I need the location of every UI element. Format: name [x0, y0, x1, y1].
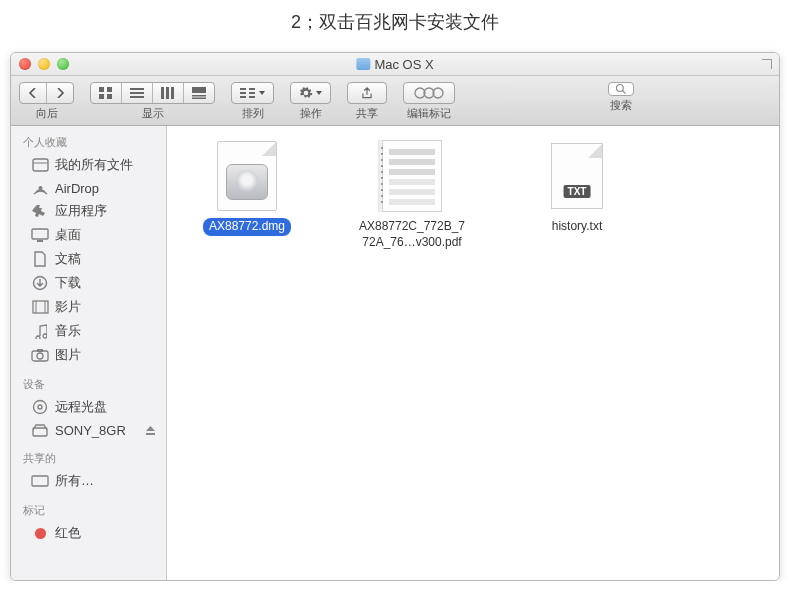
all-files-icon [31, 157, 49, 173]
window-title-text: Mac OS X [374, 57, 433, 72]
file-label: history.txt [546, 218, 608, 236]
chevron-down-icon [259, 91, 265, 95]
search-input[interactable] [608, 82, 634, 96]
svg-rect-14 [240, 92, 246, 94]
sidebar-item-label: 音乐 [55, 322, 81, 340]
nav-segment [19, 82, 74, 104]
column-view-button[interactable] [153, 83, 184, 103]
chevron-right-icon [55, 88, 65, 98]
svg-point-36 [34, 401, 47, 414]
search-icon [615, 83, 627, 95]
sidebar-item-label: 桌面 [55, 226, 81, 244]
sidebar-header-shared: 共享的 [11, 447, 166, 469]
sidebar-item-downloads[interactable]: 下载 [11, 271, 166, 295]
sidebar-item-pictures[interactable]: 图片 [11, 343, 166, 367]
sidebar-item-music[interactable]: 音乐 [11, 319, 166, 343]
sidebar-item-sony-8gr[interactable]: SONY_8GR [11, 419, 166, 441]
arrange-button[interactable] [231, 82, 274, 104]
svg-rect-2 [99, 94, 104, 99]
sidebar-item-label: 远程光盘 [55, 398, 107, 416]
svg-point-22 [617, 85, 624, 92]
sidebar-item-desktop[interactable]: 桌面 [11, 223, 166, 247]
icon-view-button[interactable] [91, 83, 122, 103]
airdrop-icon [31, 180, 49, 196]
search-label: 搜索 [610, 98, 632, 113]
svg-rect-35 [37, 349, 43, 352]
file-item[interactable]: TXT history.txt [517, 140, 637, 236]
traffic-lights [19, 58, 69, 70]
sidebar-item-tag-red[interactable]: 红色 [11, 521, 166, 545]
sidebar-item-label: 红色 [55, 524, 81, 542]
svg-rect-38 [33, 428, 47, 436]
gear-icon [299, 86, 313, 100]
svg-rect-27 [32, 229, 48, 239]
minimize-button[interactable] [38, 58, 50, 70]
sidebar-item-label: 应用程序 [55, 202, 107, 220]
sidebar[interactable]: 个人收藏 我的所有文件 AirDrop 应用程序 桌面 文稿 [11, 126, 167, 580]
sidebar-item-airdrop[interactable]: AirDrop [11, 177, 166, 199]
svg-point-34 [37, 353, 43, 359]
titlebar: Mac OS X [11, 53, 779, 76]
downloads-icon [31, 275, 49, 291]
back-button[interactable] [20, 83, 47, 103]
coverflow-view-button[interactable] [184, 83, 214, 103]
svg-rect-11 [192, 95, 206, 97]
svg-rect-12 [192, 98, 206, 100]
dmg-icon [211, 140, 283, 212]
share-button[interactable] [347, 82, 387, 104]
zoom-button[interactable] [57, 58, 69, 70]
sidebar-item-all-my-files[interactable]: 我的所有文件 [11, 153, 166, 177]
drive-icon [31, 422, 49, 438]
sidebar-item-label: 我的所有文件 [55, 156, 133, 174]
tags-button[interactable] [403, 82, 455, 104]
shared-icon [31, 473, 49, 489]
column-view-icon [161, 87, 175, 99]
list-view-button[interactable] [122, 83, 153, 103]
svg-rect-4 [130, 88, 144, 90]
svg-line-23 [623, 91, 626, 94]
icon-view-icon [99, 87, 113, 99]
movies-icon [31, 299, 49, 315]
coverflow-view-icon [192, 87, 206, 99]
action-button[interactable] [290, 82, 331, 104]
svg-rect-7 [161, 87, 164, 99]
pictures-icon [31, 347, 49, 363]
applications-icon [31, 203, 49, 219]
view-segment [90, 82, 215, 104]
file-item[interactable]: AX88772.dmg [187, 140, 307, 236]
arrange-label: 排列 [242, 106, 264, 121]
sidebar-header-favorites: 个人收藏 [11, 131, 166, 153]
file-item[interactable]: AX88772C_772B_772A_76…v300.pdf [352, 140, 472, 251]
svg-rect-5 [130, 92, 144, 94]
documents-icon [31, 251, 49, 267]
sidebar-item-all-shared[interactable]: 所有… [11, 469, 166, 493]
eject-icon[interactable] [145, 425, 156, 436]
sidebar-item-applications[interactable]: 应用程序 [11, 199, 166, 223]
svg-rect-8 [166, 87, 169, 99]
fullscreen-icon[interactable] [762, 59, 772, 69]
txt-badge: TXT [564, 185, 591, 198]
close-button[interactable] [19, 58, 31, 70]
desktop-icon [31, 227, 49, 243]
arrange-icon [240, 87, 256, 99]
music-icon [31, 323, 49, 339]
sidebar-item-label: AirDrop [55, 181, 99, 196]
forward-button[interactable] [47, 83, 73, 103]
action-label: 操作 [300, 106, 322, 121]
sidebar-header-devices: 设备 [11, 373, 166, 395]
sidebar-item-remote-disc[interactable]: 远程光盘 [11, 395, 166, 419]
svg-point-37 [38, 405, 42, 409]
svg-rect-28 [37, 240, 43, 242]
sidebar-item-movies[interactable]: 影片 [11, 295, 166, 319]
svg-rect-17 [249, 92, 255, 94]
sidebar-item-label: 图片 [55, 346, 81, 364]
pdf-icon [376, 140, 448, 212]
svg-rect-16 [249, 88, 255, 90]
share-label: 共享 [356, 106, 378, 121]
tags-icon [414, 87, 444, 99]
finder-window: Mac OS X 向后 [10, 52, 780, 581]
content-pane[interactable]: AX88772.dmg AX88772C_772B_772A_76…v300.p… [167, 126, 779, 580]
sidebar-item-label: SONY_8GR [55, 423, 126, 438]
chevron-left-icon [28, 88, 38, 98]
sidebar-item-documents[interactable]: 文稿 [11, 247, 166, 271]
